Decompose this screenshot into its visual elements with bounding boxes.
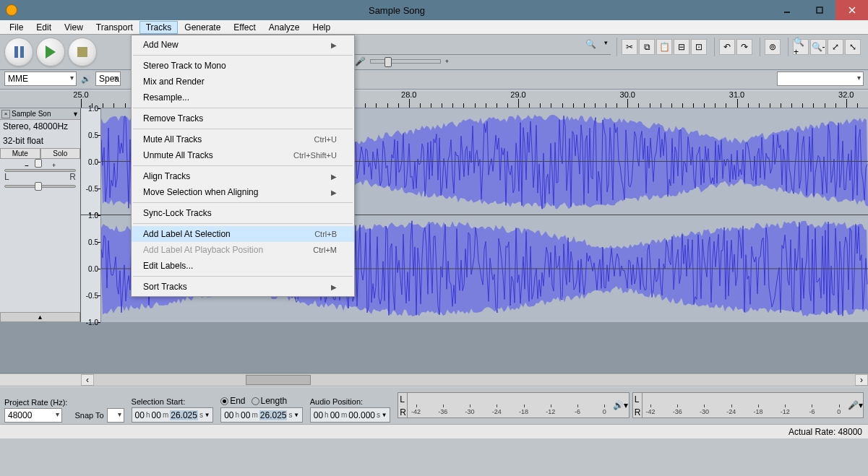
sync-lock-button[interactable]: ⊚ bbox=[765, 39, 781, 55]
playback-meter[interactable]: LR -42-36-30-24-18-12-60 🔊▾ bbox=[398, 392, 629, 418]
zoom-fit-sel-button[interactable]: ⤢ bbox=[828, 39, 843, 55]
mute-button[interactable]: Mute bbox=[0, 148, 40, 159]
selection-start-label: Selection Start: bbox=[132, 397, 214, 406]
output-device-combo[interactable]: Spea bbox=[95, 72, 121, 86]
silence-button[interactable]: ⊡ bbox=[691, 39, 707, 55]
menu-item-sort-tracks[interactable]: Sort Tracks▶ bbox=[132, 279, 354, 295]
menu-item-mix-and-render[interactable]: Mix and Render bbox=[132, 74, 354, 90]
menu-edit[interactable]: Edit bbox=[30, 21, 58, 34]
scrollbar-thumb[interactable] bbox=[246, 375, 311, 385]
scroll-left-button[interactable]: ‹ bbox=[81, 374, 94, 386]
play-button[interactable] bbox=[36, 38, 65, 66]
track-close-button[interactable]: × bbox=[1, 110, 10, 118]
project-rate-combo[interactable]: 48000 bbox=[4, 408, 62, 423]
menu-view[interactable]: View bbox=[58, 21, 90, 34]
vertical-scale: 1.00.50.0-0.5-1.0 bbox=[81, 215, 101, 322]
record-meter[interactable]: LR -42-36-30-24-18-12-60 🎤▾ bbox=[632, 392, 864, 418]
gain-slider[interactable]: ‒ + bbox=[0, 159, 80, 172]
zoom-out-button[interactable]: 🔍- bbox=[810, 39, 826, 55]
status-footer: Actual Rate: 48000 bbox=[0, 424, 868, 438]
audio-host-combo[interactable]: MME bbox=[4, 72, 77, 86]
snap-to-label: Snap To bbox=[74, 411, 103, 420]
menu-analyze[interactable]: Analyze bbox=[262, 21, 306, 34]
menu-item-resample-[interactable]: Resample... bbox=[132, 90, 354, 105]
undo-button[interactable]: ↶ bbox=[719, 39, 735, 55]
menu-item-add-label-at-selection[interactable]: Add Label At SelectionCtrl+B bbox=[132, 226, 354, 242]
pan-slider[interactable] bbox=[0, 182, 80, 195]
menu-item-stereo-track-to-mono[interactable]: Stereo Track to Mono bbox=[132, 58, 354, 74]
menu-effect[interactable]: Effect bbox=[227, 21, 262, 34]
solo-button[interactable]: Solo bbox=[40, 148, 81, 159]
end-radio[interactable]: End bbox=[220, 396, 245, 406]
zoom-fit-proj-button[interactable]: ⤡ bbox=[845, 39, 861, 55]
trim-button[interactable]: ⊟ bbox=[674, 39, 689, 55]
menu-transport[interactable]: Transport bbox=[90, 21, 139, 34]
menu-tracks[interactable]: Tracks bbox=[139, 21, 179, 34]
snap-to-combo[interactable] bbox=[107, 408, 124, 423]
redo-button[interactable]: ↷ bbox=[736, 39, 752, 55]
track-bitdepth-label: 32-bit float bbox=[0, 134, 80, 149]
menu-item-align-tracks[interactable]: Align Tracks▶ bbox=[132, 168, 354, 184]
audio-position-label: Audio Position: bbox=[310, 397, 391, 406]
window-title: Sample Song bbox=[23, 5, 770, 16]
cut-button[interactable]: ✂ bbox=[622, 39, 637, 55]
scrollbar-track[interactable] bbox=[94, 374, 855, 386]
minimize-button[interactable] bbox=[770, 0, 803, 20]
actual-rate-label: Actual Rate: 48000 bbox=[788, 427, 862, 437]
audio-position-time[interactable]: 00h 00m 00.000s▾ bbox=[310, 407, 391, 423]
menu-item-mute-all-tracks[interactable]: Mute All TracksCtrl+U bbox=[132, 131, 354, 147]
maximize-button[interactable] bbox=[803, 0, 835, 20]
length-radio[interactable]: Length bbox=[252, 396, 288, 406]
menu-help[interactable]: Help bbox=[306, 21, 338, 34]
svg-rect-1 bbox=[817, 7, 822, 13]
speaker-meter-icon: 🔊▾ bbox=[613, 393, 629, 417]
tracks-menu-dropdown: Add New▶Stereo Track to MonoMix and Rend… bbox=[131, 35, 355, 297]
app-icon bbox=[6, 4, 17, 16]
project-rate-label: Project Rate (Hz): bbox=[4, 398, 67, 407]
speaker-icon bbox=[81, 74, 91, 84]
rec-channels-combo[interactable] bbox=[777, 72, 864, 86]
menu-bar: FileEditViewTransportTracksGenerateEffec… bbox=[0, 20, 868, 35]
selection-start-time[interactable]: 00h 00m 26.025s▾ bbox=[132, 407, 214, 423]
close-button[interactable] bbox=[835, 0, 868, 20]
window-titlebar: Sample Song bbox=[0, 0, 868, 20]
menu-file[interactable]: File bbox=[3, 21, 30, 34]
track-format-label: Stereo, 48000Hz bbox=[0, 120, 80, 134]
selection-end-time[interactable]: 00h 00m 26.025s▾ bbox=[220, 407, 303, 423]
menu-item-add-label-at-playback-position: Add Label At Playback PositionCtrl+M bbox=[132, 242, 354, 258]
horizontal-scrollbar[interactable]: ‹ › bbox=[0, 373, 868, 386]
menu-item-add-new[interactable]: Add New▶ bbox=[132, 37, 354, 53]
selection-toolbar: Project Rate (Hz): 48000 Snap To Selecti… bbox=[0, 386, 868, 424]
menu-item-edit-labels-[interactable]: Edit Labels... bbox=[132, 258, 354, 274]
stop-button[interactable] bbox=[68, 38, 97, 66]
menu-item-remove-tracks[interactable]: Remove Tracks bbox=[132, 111, 354, 126]
copy-button[interactable]: ⧉ bbox=[639, 39, 655, 55]
zoom-in-button[interactable]: 🔍+ bbox=[793, 39, 809, 55]
scroll-right-button[interactable]: › bbox=[855, 374, 868, 386]
menu-generate[interactable]: Generate bbox=[178, 21, 227, 34]
menu-item-move-selection-when-aligning[interactable]: Move Selection when Aligning▶ bbox=[132, 184, 354, 200]
mic-select-icon: 🎤 bbox=[355, 56, 366, 66]
menu-item-sync-lock-tracks[interactable]: Sync-Lock Tracks bbox=[132, 205, 354, 221]
track-collapse-button[interactable]: ▲ bbox=[0, 312, 80, 322]
menu-item-unmute-all-tracks[interactable]: Unmute All TracksCtrl+Shift+U bbox=[132, 147, 354, 163]
vertical-scale: 1.00.50.0-0.5-1.0 bbox=[81, 108, 101, 215]
paste-button[interactable]: 📋 bbox=[656, 39, 672, 55]
mic-meter-icon: 🎤▾ bbox=[847, 393, 863, 417]
pause-button[interactable] bbox=[4, 38, 33, 66]
track-control-panel[interactable]: × Sample Son ▼ Stereo, 48000Hz 32-bit fl… bbox=[0, 108, 81, 322]
track-name-label: Sample Son bbox=[12, 110, 72, 118]
track-area-empty[interactable] bbox=[0, 322, 868, 373]
